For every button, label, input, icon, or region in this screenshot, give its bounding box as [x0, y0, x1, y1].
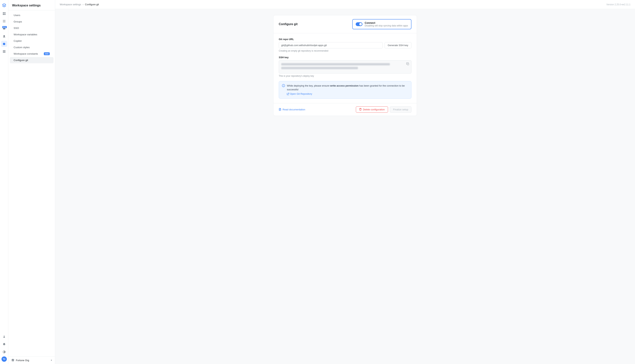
breadcrumb: Workspace settings › Configure git	[60, 3, 99, 6]
git-repo-url-label: Git repo URL	[279, 38, 412, 41]
external-link-icon	[287, 93, 289, 95]
sidebar-item-copilot[interactable]: Copilot	[10, 38, 54, 44]
svg-rect-2	[3, 14, 4, 15]
configure-git-card: Configure git Connect Disabling will sto…	[273, 15, 417, 116]
database-icon[interactable]: Beta	[1, 26, 7, 32]
copy-ssh-key-button[interactable]	[406, 62, 409, 66]
chevron-down-icon: ▾	[51, 359, 52, 362]
docs-icon	[279, 108, 282, 111]
svg-rect-4	[3, 20, 6, 20]
ssh-key-hint: This is your repository's deploy key	[279, 75, 412, 77]
svg-rect-14	[12, 360, 14, 360]
svg-rect-16	[407, 63, 409, 65]
info-text: While deploying the key, please ensure w…	[287, 84, 408, 91]
sidebar-item-users[interactable]: Users	[10, 12, 54, 18]
connect-box: Connect Disabling will stop syncing data…	[352, 19, 412, 29]
delete-configuration-button[interactable]: Delete configuration	[356, 106, 388, 113]
connect-sublabel: Disabling will stop syncing data within …	[365, 24, 408, 27]
copilot-icon[interactable]	[1, 33, 7, 39]
sidebar-title: Workspace settings	[8, 0, 55, 10]
svg-point-19	[283, 85, 284, 85]
card-body: Git repo URL Generate SSH key Creating a…	[274, 33, 417, 103]
sidebar-item-label: Custom styles	[14, 46, 30, 49]
ssh-key-box	[279, 60, 412, 74]
card-title: Configure git	[279, 22, 298, 26]
trash-icon	[359, 108, 362, 111]
git-repo-url-hint: Creating an empty git repository is reco…	[279, 50, 412, 52]
profile-icon[interactable]	[1, 334, 7, 340]
sidebar-nav: Users Groups SSO Workspace variables Cop…	[8, 10, 55, 356]
svg-rect-11	[3, 52, 6, 53]
sidebar-item-label: Copilot	[14, 40, 22, 42]
svg-rect-9	[3, 50, 6, 51]
info-icon	[282, 84, 285, 88]
sidebar-item-label: Users	[14, 14, 20, 17]
svg-rect-1	[4, 12, 6, 14]
sidebar-item-custom-styles[interactable]: Custom styles	[10, 44, 54, 50]
open-git-repository-link[interactable]: Open Git Repository	[287, 92, 312, 95]
logo[interactable]	[1, 2, 7, 8]
generate-ssh-key-button[interactable]: Generate SSH key	[384, 42, 412, 48]
beta-badge: Beta	[2, 26, 6, 28]
svg-rect-0	[3, 12, 4, 14]
sidebar-item-sso[interactable]: SSO	[10, 25, 54, 31]
data-sources-icon[interactable]	[1, 48, 7, 54]
user-avatar[interactable]: TD	[2, 356, 7, 362]
svg-rect-3	[4, 14, 6, 15]
apps-icon[interactable]	[1, 10, 7, 17]
new-badge: new	[44, 52, 50, 55]
sidebar-item-label: Workspace constants	[14, 52, 38, 55]
icon-rail: Beta	[0, 0, 8, 364]
info-box: While deploying the key, please ensure w…	[279, 81, 412, 99]
notifications-icon[interactable]	[1, 341, 7, 347]
svg-rect-10	[3, 51, 6, 52]
sidebar-item-label: Groups	[14, 20, 22, 23]
content-area: Configure git Connect Disabling will sto…	[55, 9, 635, 364]
list-icon[interactable]	[1, 18, 7, 24]
svg-rect-5	[3, 21, 6, 21]
connect-label: Connect	[365, 21, 408, 24]
svg-rect-13	[13, 360, 14, 361]
svg-point-8	[4, 35, 5, 37]
sidebar-item-label: Configure git	[14, 59, 28, 62]
info-content: While deploying the key, please ensure w…	[287, 84, 408, 96]
breadcrumb-separator: ›	[82, 3, 83, 6]
sidebar-item-configure-git[interactable]: Configure git	[10, 57, 54, 63]
read-documentation-link[interactable]: Read documentation	[279, 108, 305, 111]
org-selector[interactable]: Fortune Org ▾	[8, 356, 55, 364]
card-footer: Read documentation Delete configuration …	[274, 103, 417, 116]
ssh-key-blurred-line-1	[281, 63, 390, 66]
sidebar-item-workspace-constants[interactable]: Workspace constants new	[10, 51, 54, 57]
org-name: Fortune Org	[16, 359, 49, 362]
svg-rect-18	[283, 86, 284, 86]
breadcrumb-parent[interactable]: Workspace settings	[60, 3, 81, 6]
git-repo-url-row: Generate SSH key	[279, 42, 412, 48]
finalize-setup-button[interactable]: Finalize setup	[390, 106, 412, 113]
svg-rect-12	[12, 360, 13, 361]
sidebar-item-label: Workspace variables	[14, 33, 37, 36]
sidebar-item-label: SSO	[14, 27, 19, 30]
svg-rect-6	[3, 22, 6, 22]
breadcrumb-current: Configure git	[85, 3, 99, 6]
sidebar-item-groups[interactable]: Groups	[10, 18, 54, 25]
connect-text: Connect Disabling will stop syncing data…	[365, 21, 408, 27]
connect-toggle[interactable]	[356, 22, 362, 26]
icon-rail-bottom: TD	[1, 334, 7, 362]
card-header: Configure git Connect Disabling will sto…	[274, 15, 417, 33]
git-repo-url-input[interactable]	[279, 42, 383, 48]
theme-icon[interactable]	[1, 349, 7, 355]
ssh-key-blurred-line-2	[281, 67, 358, 69]
ssh-key-label: SSH key	[279, 56, 412, 59]
org-icon	[11, 359, 14, 362]
sidebar: Workspace settings Users Groups SSO Work…	[8, 0, 55, 364]
settings-icon[interactable]	[1, 41, 7, 47]
main: Workspace settings › Configure git Versi…	[55, 0, 635, 364]
svg-rect-15	[12, 359, 14, 360]
footer-right: Delete configuration Finalize setup	[356, 106, 412, 113]
topbar: Workspace settings › Configure git Versi…	[55, 0, 635, 9]
sidebar-item-workspace-variables[interactable]: Workspace variables	[10, 31, 54, 38]
version-text: Version 2.25.0-ee2.11.1	[606, 3, 630, 6]
